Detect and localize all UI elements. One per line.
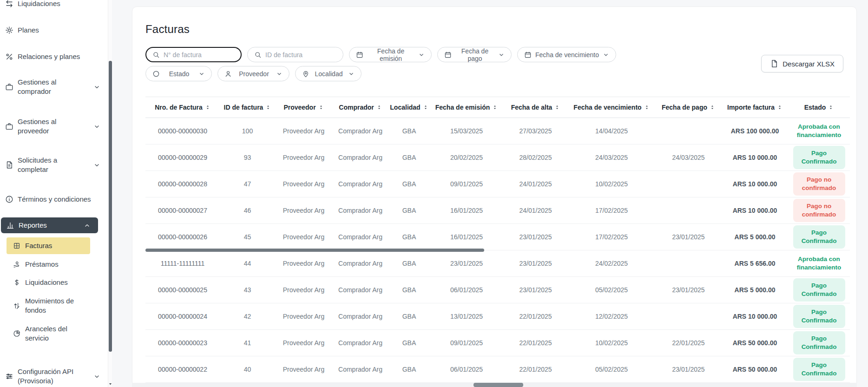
cell-fecha-emision: 13/01/2025 (430, 303, 503, 330)
invoice-row[interactable]: 00000-00000029 93 Proveedor Arg Comprado… (145, 144, 850, 171)
cell-fecha-vencimiento: 05/02/2025 (568, 277, 655, 303)
cell-importe: ARS 10 000.00 (722, 171, 788, 197)
sidebar-item-facturas[interactable]: Facturas (7, 237, 90, 254)
cell-nro-factura: 00000-00000029 (145, 144, 220, 171)
invoice-row[interactable]: 11111-11111111 44 Proveedor Arg Comprado… (145, 250, 850, 277)
cell-estado: Pago no confirmado (788, 171, 850, 197)
search-id-factura[interactable] (247, 47, 343, 62)
download-xlsx-button[interactable]: Descargar XLSX (761, 55, 843, 72)
cell-id-factura: 47 (220, 171, 275, 197)
filter-estado[interactable]: Estado (145, 66, 212, 81)
sidebar-item-aranceles-del-servicio[interactable]: Aranceles del servicio (0, 322, 108, 345)
column-header[interactable]: Localidad (388, 97, 430, 118)
sidebar-scrollbar-thumb[interactable] (109, 61, 112, 352)
cell-fecha-emision: 06/01/2025 (430, 356, 503, 383)
column-header[interactable]: Proveedor (275, 97, 332, 118)
invoice-row[interactable]: 00000-00000030 100 Proveedor Arg Comprad… (145, 118, 850, 144)
cell-comprador: Comprador Arg (332, 356, 388, 383)
sidebar-item-relaciones-y-planes[interactable]: Relaciones y planes (0, 50, 108, 64)
table-horizontal-scrollbar-thumb[interactable] (145, 249, 484, 252)
cell-nro-factura: 00000-00000025 (145, 277, 220, 303)
column-header[interactable]: Comprador (332, 97, 388, 118)
column-header[interactable]: Estado (788, 97, 850, 118)
filter-fecha-pago[interactable]: Fecha de pago (437, 47, 512, 62)
column-header[interactable]: Fecha de alta (503, 97, 568, 118)
cell-fecha-pago (655, 171, 722, 197)
sort-icon (828, 105, 834, 110)
filter-fecha-vencimiento[interactable]: Fecha de vencimiento (517, 47, 616, 62)
sidebar-item-gestiones-al-proveedor[interactable]: Gestiones al proveedor (0, 115, 108, 138)
column-header[interactable]: Nro. de Factura (145, 97, 220, 118)
cell-fecha-vencimiento: 10/02/2025 (568, 330, 655, 356)
percent-icon (5, 52, 14, 61)
hand-coin-icon (12, 260, 21, 269)
cell-importe: ARS 10 000.00 (722, 197, 788, 224)
cell-localidad: GBA (388, 224, 430, 250)
cell-comprador: Comprador Arg (332, 171, 388, 197)
invoice-row[interactable]: 00000-00000026 45 Proveedor Arg Comprado… (145, 224, 850, 250)
filter-proveedor[interactable]: Proveedor (217, 66, 289, 81)
main-content: Facturas Fecha de emisión (112, 0, 868, 387)
invoice-row[interactable]: 00000-00000024 42 Proveedor Arg Comprado… (145, 303, 850, 330)
circle-icon (152, 70, 160, 78)
sidebar-item-gestiones-al-comprador[interactable]: Gestiones al comprador (0, 75, 108, 98)
cell-fecha-alta: 23/01/2025 (503, 224, 568, 250)
sidebar-item-liquidaciones-reporte[interactable]: Liquidaciones (0, 275, 108, 289)
cell-fecha-alta: 22/01/2025 (503, 330, 568, 356)
search-nro-factura[interactable] (145, 47, 242, 62)
cell-fecha-pago: 23/01/2025 (655, 356, 722, 383)
sidebar-item-movimientos-de-fondos[interactable]: Movimientos de fondos (0, 294, 108, 317)
sort-icon (318, 105, 324, 110)
invoice-row[interactable]: 00000-00000022 40 Proveedor Arg Comprado… (145, 356, 850, 383)
page-horizontal-scrollbar-thumb[interactable] (473, 383, 523, 387)
cell-localidad: GBA (388, 303, 430, 330)
status-badge: Pago Confirmado (793, 331, 845, 354)
sidebar-item-liquidaciones[interactable]: Liquidaciones (0, 0, 108, 11)
filter-fecha-emision[interactable]: Fecha de emisión (349, 47, 432, 62)
cell-fecha-vencimiento: 05/02/2025 (568, 356, 655, 383)
sidebar-item-terminos-y-condiciones[interactable]: Términos y condiciones (0, 192, 108, 206)
invoice-row[interactable]: 00000-00000023 41 Proveedor Arg Comprado… (145, 330, 850, 356)
cell-id-factura: 93 (220, 144, 275, 171)
column-header[interactable]: Fecha de pago (655, 97, 722, 118)
cell-proveedor: Proveedor Arg (275, 144, 332, 171)
chevron-down-icon (198, 71, 205, 77)
cell-fecha-vencimiento: 12/02/2025 (568, 303, 655, 330)
column-header[interactable]: Fecha de emisión (430, 97, 503, 118)
cell-fecha-alta: 24/01/2025 (503, 171, 568, 197)
cell-fecha-alta: 22/01/2025 (503, 303, 568, 330)
cell-estado: Pago Confirmado (788, 277, 850, 303)
sort-icon (205, 105, 210, 110)
id-factura-input[interactable] (265, 51, 336, 59)
cell-estado: Aprobada con financiamiento (788, 118, 850, 144)
search-icon (152, 51, 160, 59)
nro-factura-input[interactable] (164, 51, 235, 59)
column-header[interactable]: Fecha de vencimiento (568, 97, 655, 118)
cell-nro-factura: 00000-00000027 (145, 197, 220, 224)
sidebar-item-configuracion-api[interactable]: Configuración API (Provisoria) (0, 365, 108, 387)
column-header[interactable]: Importe factura (722, 97, 788, 118)
sidebar-scrollbar[interactable] (108, 0, 112, 387)
sort-icon (265, 105, 271, 110)
invoice-row[interactable]: 00000-00000027 46 Proveedor Arg Comprado… (145, 197, 850, 224)
invoice-row[interactable]: 00000-00000025 43 Proveedor Arg Comprado… (145, 277, 850, 303)
cell-comprador: Comprador Arg (332, 330, 388, 356)
cell-proveedor: Proveedor Arg (275, 303, 332, 330)
sort-icon (644, 105, 650, 110)
cell-fecha-pago (655, 250, 722, 277)
app-root: Liquidaciones Planes Relaciones y planes… (0, 0, 868, 387)
filter-localidad[interactable]: Localidad (295, 66, 362, 81)
cell-fecha-vencimiento: 17/02/2025 (568, 224, 655, 250)
map-pin-icon (302, 70, 309, 78)
page-horizontal-scrollbar[interactable] (132, 383, 857, 387)
sidebar-item-solicitudes-a-completar[interactable]: Solicitudes a completar (0, 153, 108, 177)
cell-fecha-emision: 15/03/2025 (430, 118, 503, 144)
invoice-row[interactable]: 00000-00000028 47 Proveedor Arg Comprado… (145, 171, 850, 197)
cell-localidad: GBA (388, 197, 430, 224)
sidebar-item-prestamos[interactable]: Préstamos (0, 257, 108, 271)
cell-proveedor: Proveedor Arg (275, 250, 332, 277)
cell-nro-factura: 00000-00000028 (145, 171, 220, 197)
sidebar-item-reportes[interactable]: Reportes (1, 217, 98, 233)
column-header[interactable]: ID de factura (220, 97, 275, 118)
sidebar-item-planes[interactable]: Planes (0, 23, 108, 37)
